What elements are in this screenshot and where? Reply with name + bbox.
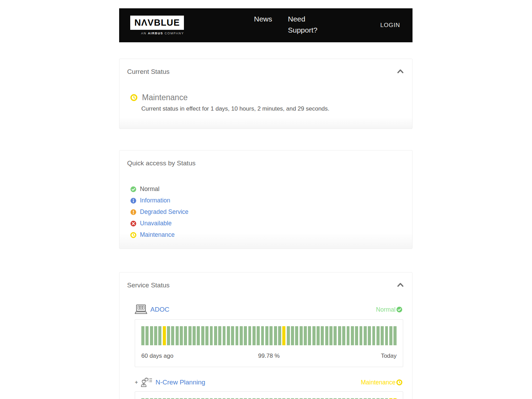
uptime-day-bar[interactable] — [167, 326, 170, 345]
uptime-day-bar[interactable] — [236, 326, 239, 345]
quick-access-item-maintenance[interactable]: Maintenance — [130, 229, 402, 241]
uptime-day-bar[interactable] — [376, 326, 380, 345]
navblue-logo-box: NΛVBLUE — [130, 16, 184, 30]
quick-access-item-degraded-service[interactable]: Degraded Service — [130, 206, 402, 218]
uptime-day-bar[interactable] — [141, 326, 144, 345]
quick-access-label[interactable]: Unavailable — [140, 220, 171, 227]
uptime-day-bar[interactable] — [393, 326, 397, 345]
quick-access-label[interactable]: Degraded Service — [140, 208, 188, 216]
uptime-day-bar[interactable] — [201, 326, 204, 345]
uptime-day-bar[interactable] — [321, 326, 324, 345]
service-row-n-crew-planning: +N-Crew PlanningMaintenance — [135, 376, 402, 389]
uptime-day-bar[interactable] — [338, 326, 341, 345]
uptime-day-bar[interactable] — [308, 326, 311, 345]
login-button[interactable]: LOGIN — [380, 22, 400, 29]
uptime-day-bar[interactable] — [317, 326, 320, 345]
uptime-day-bar[interactable] — [342, 326, 345, 345]
uptime-day-bar[interactable] — [381, 326, 384, 345]
uptime-day-bar[interactable] — [265, 326, 268, 345]
clock-circle-icon — [396, 379, 402, 385]
uptime-day-bar[interactable] — [223, 326, 226, 345]
uptime-day-bar[interactable] — [180, 326, 183, 345]
uptime-day-bar[interactable] — [295, 326, 298, 345]
quick-access-label[interactable]: Information — [140, 197, 170, 204]
uptime-day-bar[interactable] — [355, 326, 358, 345]
uptime-day-bar[interactable] — [360, 326, 363, 345]
quick-access-label: Normal — [140, 185, 159, 193]
uptime-day-bar[interactable] — [150, 326, 153, 345]
info-circle-icon — [130, 198, 136, 204]
uptime-day-bar[interactable] — [154, 326, 157, 345]
uptime-day-bar[interactable] — [351, 326, 354, 345]
quick-access-label[interactable]: Maintenance — [140, 231, 175, 238]
quick-access-card: Quick access by Status NormalInformation… — [119, 150, 413, 249]
uptime-day-bar[interactable] — [193, 326, 196, 345]
uptime-day-bar[interactable] — [325, 326, 328, 345]
uptime-day-bar[interactable] — [210, 326, 213, 345]
service-status-label: Maintenance — [361, 379, 396, 386]
service-name-link[interactable]: ADOC — [150, 306, 169, 313]
uptime-day-bar[interactable] — [257, 326, 260, 345]
current-status-value: Maintenance — [142, 93, 188, 102]
quick-access-item-information[interactable]: Information — [130, 195, 402, 206]
uptime-day-bar[interactable] — [389, 326, 392, 345]
uptime-day-bar[interactable] — [231, 326, 234, 345]
uptime-day-bar[interactable] — [274, 326, 277, 345]
uptime-day-bar[interactable] — [218, 326, 221, 345]
uptime-day-bar[interactable] — [145, 326, 149, 345]
service-status-card: Service Status ADOCNormal60 days ago99.7… — [119, 272, 413, 399]
quick-access-item-normal: Normal — [130, 183, 402, 195]
quick-access-title: Quick access by Status — [127, 159, 402, 167]
uptime-day-bar[interactable] — [188, 326, 192, 345]
uptime-day-bar[interactable] — [269, 326, 273, 345]
expand-plus-icon[interactable]: + — [135, 379, 140, 385]
uptime-day-bar[interactable] — [300, 326, 303, 345]
navblue-logo[interactable]: NΛVBLUE AN AIRBUS COMPANY — [130, 16, 184, 35]
service-list: ADOCNormal60 days ago99.78 %Today+N-Crew… — [127, 303, 402, 399]
service-status-title: Service Status — [127, 281, 402, 289]
uptime-day-bar[interactable] — [205, 326, 209, 345]
uptime-day-bar[interactable] — [240, 326, 243, 345]
uptime-day-bar[interactable] — [197, 326, 200, 345]
uptime-percentage-label: 99.78 % — [141, 353, 397, 359]
uptime-history-box — [135, 391, 403, 399]
uptime-day-bar[interactable] — [334, 326, 337, 345]
uptime-day-bar[interactable] — [347, 326, 350, 345]
uptime-day-bar[interactable] — [158, 326, 161, 345]
uptime-day-bar[interactable] — [214, 326, 217, 345]
service-name-link[interactable]: N-Crew Planning — [156, 379, 205, 386]
uptime-day-bar[interactable] — [163, 326, 166, 345]
uptime-day-bar[interactable] — [291, 326, 294, 345]
uptime-day-bar[interactable] — [176, 326, 179, 345]
quick-access-list: NormalInformationDegraded ServiceUnavail… — [130, 183, 402, 241]
uptime-day-bar[interactable] — [368, 326, 371, 345]
uptime-day-bar[interactable] — [171, 326, 174, 345]
current-status-card: Current Status Maintenance Current statu… — [119, 59, 413, 129]
uptime-day-bar[interactable] — [364, 326, 367, 345]
status-page: NΛVBLUE AN AIRBUS COMPANY NewsNeed Suppo… — [119, 8, 413, 399]
collapse-chevron-up-icon[interactable] — [397, 282, 404, 287]
uptime-day-bar[interactable] — [287, 326, 290, 345]
current-status-description: Current status in effect for 1 days, 10 … — [141, 105, 402, 112]
clock-circle-icon — [130, 232, 136, 238]
uptime-history-box: 60 days ago99.78 %Today — [135, 319, 403, 367]
service-status-label: Normal — [376, 306, 396, 313]
uptime-day-bar[interactable] — [282, 326, 285, 345]
nav-item-news[interactable]: News — [254, 14, 288, 36]
uptime-day-bar[interactable] — [278, 326, 281, 345]
uptime-day-bar[interactable] — [244, 326, 247, 345]
uptime-day-bar[interactable] — [252, 326, 256, 345]
nav-item-need-support[interactable]: Need Support? — [288, 14, 322, 36]
uptime-day-bar[interactable] — [312, 326, 316, 345]
uptime-day-bar[interactable] — [385, 326, 388, 345]
uptime-day-bar[interactable] — [329, 326, 332, 345]
uptime-day-bar[interactable] — [184, 326, 187, 345]
collapse-chevron-up-icon[interactable] — [397, 69, 404, 73]
quick-access-item-unavailable[interactable]: Unavailable — [130, 218, 402, 229]
uptime-day-bar[interactable] — [261, 326, 264, 345]
uptime-day-bar[interactable] — [227, 326, 230, 345]
header-nav: NewsNeed Support? — [254, 8, 322, 36]
uptime-day-bar[interactable] — [304, 326, 307, 345]
uptime-day-bar[interactable] — [248, 326, 251, 345]
uptime-day-bar[interactable] — [372, 326, 375, 345]
